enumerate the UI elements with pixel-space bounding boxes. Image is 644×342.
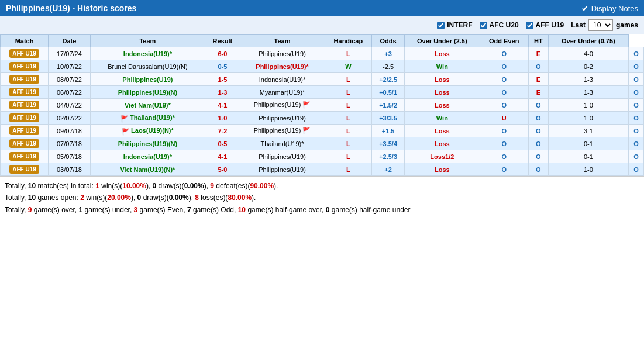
- col-oe: Odd Even: [480, 35, 528, 47]
- cell-team1: 🚩Thailand(U19)*: [90, 112, 205, 125]
- cell-match: AFF U19: [1, 125, 49, 137]
- cell-ou075: O: [628, 112, 643, 125]
- cell-team2: Philippines(U19) 🚩: [240, 99, 325, 112]
- cell-date: 03/07/18: [49, 163, 91, 176]
- last-games-select[interactable]: 10 20 30: [588, 19, 613, 31]
- table-row: AFF U1904/07/22Viet Nam(U19)*4-1Philippi…: [1, 99, 644, 112]
- cell-ou25: O: [480, 150, 528, 163]
- filter-afc-u20-label: AFC U20: [490, 21, 519, 29]
- table-header-row: Match Date Team Result Team Handicap Odd…: [1, 35, 644, 47]
- filter-afc-u20: AFC U20: [480, 21, 519, 29]
- cell-date: 10/07/22: [49, 60, 91, 73]
- cell-odds: Win: [404, 60, 480, 73]
- cell-match: AFF U19: [1, 86, 49, 99]
- table-row: AFF U1907/07/18Philippines(U19)(N)0-5Tha…: [1, 137, 644, 150]
- cell-handicap: +1.5/2: [372, 99, 405, 112]
- cell-wl: L: [325, 99, 372, 112]
- summary-line1: Totally, 10 match(es) in total: 1 win(s)…: [5, 180, 639, 192]
- summary-line2: Totally, 10 games open: 2 win(s)(20.00%)…: [5, 192, 639, 203]
- cell-ou25: O: [480, 73, 528, 86]
- cell-result[interactable]: 4-1: [205, 150, 240, 163]
- cell-oe: O: [528, 60, 548, 73]
- cell-result[interactable]: 6-0: [205, 47, 240, 60]
- cell-ht: 1-3: [548, 73, 628, 86]
- table-row: AFF U1903/07/18Viet Nam(U19)(N)*5-0Phili…: [1, 163, 644, 176]
- cell-ou25: O: [480, 47, 528, 60]
- cell-match: AFF U19: [1, 112, 49, 125]
- cell-team1: Viet Nam(U19)*: [90, 99, 205, 112]
- last-label: Last: [571, 21, 586, 29]
- cell-wl: L: [325, 47, 372, 60]
- cell-result[interactable]: 0-5: [205, 60, 240, 73]
- cell-ht: 1-0: [548, 163, 628, 176]
- cell-result[interactable]: 7-2: [205, 125, 240, 137]
- cell-team2: Myanmar(U19)*: [240, 86, 325, 99]
- cell-oe: O: [528, 125, 548, 137]
- table-row: AFF U1905/07/18Indonesia(U19)*4-1Philipp…: [1, 150, 644, 163]
- filter-interf-checkbox[interactable]: [437, 22, 445, 29]
- cell-oe: O: [528, 150, 548, 163]
- cell-result[interactable]: 1-3: [205, 86, 240, 99]
- filter-aff-u19-checkbox[interactable]: [526, 22, 533, 29]
- cell-team2: Philippines(U19) 🚩: [240, 125, 325, 137]
- cell-match: AFF U19: [1, 163, 49, 176]
- col-handicap: Handicap: [325, 35, 372, 47]
- cell-date: 17/07/24: [49, 47, 91, 60]
- display-notes-checkbox[interactable]: [581, 5, 588, 12]
- cell-date: 07/07/18: [49, 137, 91, 150]
- cell-ht: 3-1: [548, 125, 628, 137]
- cell-date: 06/07/22: [49, 86, 91, 99]
- cell-result[interactable]: 1-5: [205, 73, 240, 86]
- col-date: Date: [49, 35, 91, 47]
- cell-odds: Loss: [404, 73, 480, 86]
- filter-afc-u20-checkbox[interactable]: [480, 22, 487, 29]
- cell-ou075: O: [628, 99, 643, 112]
- cell-result[interactable]: 0-5: [205, 137, 240, 150]
- cell-ou25: U: [480, 112, 528, 125]
- cell-odds: Loss: [404, 99, 480, 112]
- col-ou075: Over Under (0.75): [548, 35, 628, 47]
- cell-date: 02/07/22: [49, 112, 91, 125]
- cell-ou075: O: [628, 73, 643, 86]
- col-team1: Team: [90, 35, 205, 47]
- cell-team2: Philippines(U19)*: [240, 60, 325, 73]
- cell-odds: Loss: [404, 137, 480, 150]
- filter-interf: INTERF: [437, 21, 472, 29]
- col-ht: HT: [528, 35, 548, 47]
- cell-ou25: O: [480, 86, 528, 99]
- table-body: AFF U1917/07/24Indonesia(U19)*6-0Philipp…: [1, 47, 644, 176]
- cell-ou25: O: [480, 137, 528, 150]
- cell-ou075: O: [628, 86, 643, 99]
- cell-result[interactable]: 1-0: [205, 112, 240, 125]
- cell-odds: Win: [404, 112, 480, 125]
- cell-oe: E: [528, 86, 548, 99]
- cell-team1: Viet Nam(U19)(N)*: [90, 163, 205, 176]
- cell-oe: O: [528, 112, 548, 125]
- cell-ou075: O: [628, 125, 643, 137]
- cell-date: 04/07/22: [49, 99, 91, 112]
- cell-team2: Philippines(U19): [240, 112, 325, 125]
- cell-wl: L: [325, 163, 372, 176]
- col-team2: Team: [240, 35, 325, 47]
- display-notes-container: Display Notes: [581, 4, 638, 13]
- cell-date: 09/07/18: [49, 125, 91, 137]
- col-ou25: Over Under (2.5): [404, 35, 480, 47]
- table-row: AFF U1902/07/22🚩Thailand(U19)*1-0Philipp…: [1, 112, 644, 125]
- cell-result[interactable]: 4-1: [205, 99, 240, 112]
- cell-wl: L: [325, 125, 372, 137]
- header-bar: Philippines(U19) - Historic scores Displ…: [0, 0, 644, 16]
- cell-team2: Philippines(U19): [240, 47, 325, 60]
- cell-wl: W: [325, 60, 372, 73]
- cell-team1: Indonesia(U19)*: [90, 150, 205, 163]
- cell-wl: L: [325, 137, 372, 150]
- cell-ou075: O: [628, 47, 643, 60]
- cell-ou25: O: [480, 125, 528, 137]
- cell-odds: Loss: [404, 125, 480, 137]
- cell-wl: L: [325, 112, 372, 125]
- cell-match: AFF U19: [1, 60, 49, 73]
- cell-oe: E: [528, 73, 548, 86]
- cell-result[interactable]: 5-0: [205, 163, 240, 176]
- cell-team2: Indonesia(U19)*: [240, 73, 325, 86]
- cell-ht: 0-1: [548, 150, 628, 163]
- page-title: Philippines(U19) - Historic scores: [6, 4, 136, 13]
